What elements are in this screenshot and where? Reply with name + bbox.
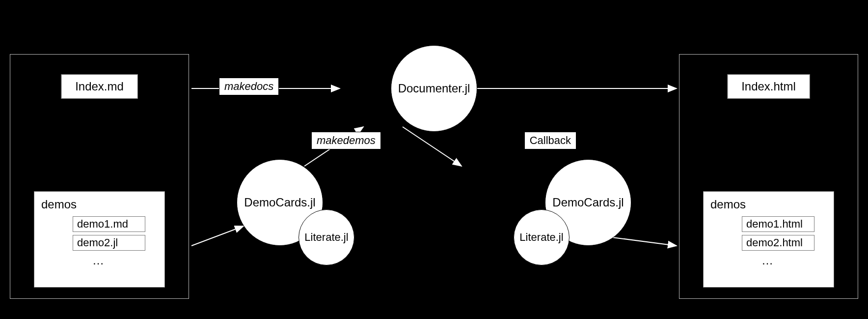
literate-left-node: Literate.jl xyxy=(298,209,354,265)
output-demos-label: demos xyxy=(710,198,827,211)
callback-label: Callback xyxy=(524,132,576,149)
flow-area: Documenter.jl DemoCards.jl Literate.jl D… xyxy=(196,0,672,319)
source-demo-ellipsis: … xyxy=(92,254,158,267)
literate-right-node: Literate.jl xyxy=(514,209,570,265)
makedocs-label: makedocs xyxy=(219,78,279,95)
output-panel: Index.html demos demo1.html demo2.html … xyxy=(679,54,858,299)
source-demos-box: demos demo1.md demo2.jl … xyxy=(34,191,165,288)
source-demo-item: demo2.jl xyxy=(73,235,145,251)
output-demo-item: demo2.html xyxy=(742,235,814,251)
source-index-file: Index.md xyxy=(61,74,138,99)
output-demo-ellipsis: … xyxy=(761,254,827,267)
source-panel: Index.md demos demo1.md demo2.jl … xyxy=(10,54,189,299)
output-demos-box: demos demo1.html demo2.html … xyxy=(703,191,834,288)
documenter-node: Documenter.jl xyxy=(391,45,477,132)
makedemos-label: makedemos xyxy=(311,132,381,149)
output-demo-item: demo1.html xyxy=(742,216,814,232)
output-index-file: Index.html xyxy=(727,74,810,99)
source-demo-item: demo1.md xyxy=(73,216,145,232)
source-demos-label: demos xyxy=(41,198,158,211)
